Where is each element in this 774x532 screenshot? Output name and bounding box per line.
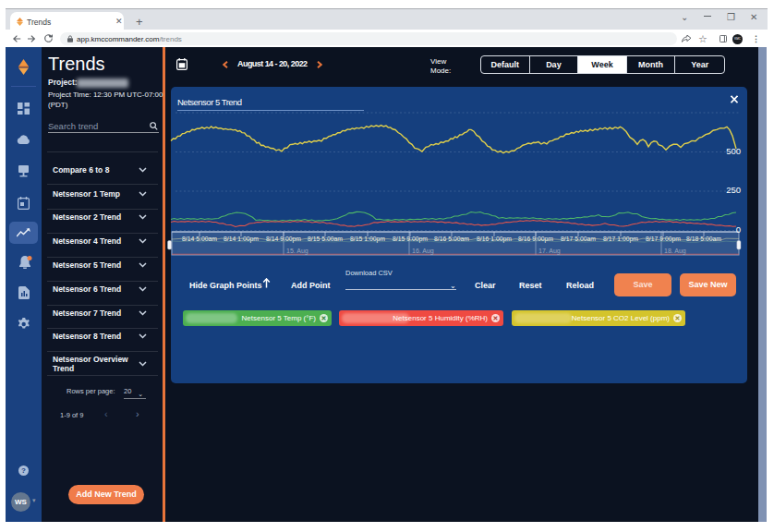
svg-text:8/16 1:00pm: 8/16 1:00pm [477, 236, 512, 243]
svg-text:8/16 9:00pm: 8/16 9:00pm [518, 236, 553, 243]
svg-text:8/16 5:00am: 8/16 5:00am [434, 236, 469, 242]
svg-text:8/18 5:00am: 8/18 5:00am [686, 236, 721, 242]
svg-text:8/14 1:00pm: 8/14 1:00pm [224, 236, 259, 243]
svg-text:16. Aug: 16. Aug [412, 248, 434, 255]
svg-text:8/15 9:00pm: 8/15 9:00pm [393, 236, 428, 243]
svg-text:15. Aug: 15. Aug [286, 248, 308, 255]
svg-text:8/17 1:00pm: 8/17 1:00pm [603, 236, 638, 243]
svg-text:17. Aug: 17. Aug [538, 248, 561, 255]
svg-text:8/14 9:00pm: 8/14 9:00pm [266, 236, 301, 243]
svg-text:8/15 1:00pm: 8/15 1:00pm [350, 236, 385, 243]
svg-text:8/17 9:00pm: 8/17 9:00pm [646, 236, 681, 243]
svg-text:8/15 5:00am: 8/15 5:00am [308, 236, 343, 242]
svg-text:18. Aug: 18. Aug [664, 248, 686, 255]
svg-text:8/17 5:00am: 8/17 5:00am [561, 236, 596, 242]
svg-text:8/14 5:00am: 8/14 5:00am [182, 236, 217, 242]
